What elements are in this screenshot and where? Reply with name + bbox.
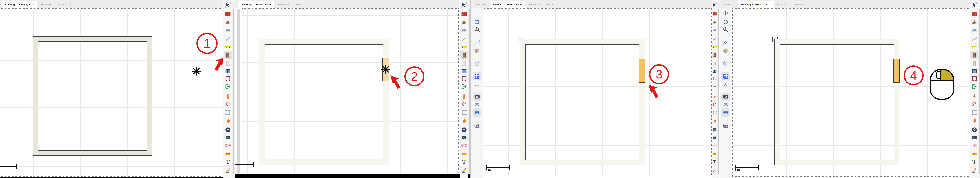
sensor-tool-icon[interactable] [460,133,468,142]
table-tool-icon[interactable] [970,42,978,51]
alarm-tool-icon[interactable] [970,141,978,149]
occupant-tool-icon[interactable] [224,92,232,100]
view-3d-icon[interactable] [473,47,481,55]
annotate-tool-icon[interactable] [224,166,232,174]
floorplan-canvas[interactable]: 3 1 m [484,8,712,176]
tab-simulation[interactable]: Simulation [773,1,792,8]
exit-tool-icon[interactable] [970,82,978,91]
fit-view-icon[interactable] [721,38,730,47]
terrain-tool-icon[interactable] [460,26,468,34]
roof-tool-icon[interactable] [970,18,978,26]
sensor-tool-icon[interactable] [712,135,718,141]
fire-tool-icon[interactable] [224,117,232,125]
sensor-tool-icon[interactable] [224,133,232,142]
zone-tool-icon[interactable] [970,108,978,117]
room-walls[interactable] [520,39,644,165]
view-3d-icon[interactable] [721,47,730,55]
wall-tool-icon[interactable] [460,10,468,18]
wall-tool-icon[interactable] [224,10,232,18]
wall-tool-icon[interactable] [970,10,978,18]
fire-tool-icon[interactable] [970,117,978,125]
placed-door-highlighted[interactable] [893,59,900,82]
tab-building-1-floor-1-lvl-0[interactable]: Building 1 : Floor 1, lvl. 0 [2,1,37,8]
annotate-tool-icon[interactable] [460,166,468,174]
scrollbar-thumb[interactable] [718,9,719,175]
camera-icon[interactable] [721,93,730,101]
undo-icon[interactable] [473,17,481,25]
zoom-tool-icon[interactable] [473,25,481,34]
zone-tool-icon[interactable] [460,108,468,117]
tab-simulation[interactable]: Simulation [525,1,543,8]
terrain-tool-icon[interactable] [712,27,718,33]
annotate-tool-icon[interactable] [712,167,718,173]
tab-results[interactable]: Results [56,1,71,8]
scrollbar[interactable] [978,0,980,178]
opening-tool-icon[interactable] [712,75,718,81]
fire-tool-icon[interactable] [712,118,718,124]
tab-building-1-floor-1-lvl-0[interactable]: Building 1 : Floor 1, lvl. 0 [738,1,773,8]
roof-tool-icon[interactable] [712,19,718,25]
select-tool-icon[interactable] [224,1,232,9]
text-tool-icon[interactable] [712,159,718,164]
stairs-tool-icon[interactable] [460,34,468,43]
table-tool-icon[interactable] [224,42,232,51]
vent-tool-icon[interactable] [224,125,232,134]
layers-icon[interactable] [473,100,481,109]
grid-toggle-icon[interactable] [721,72,730,80]
vent-tool-icon[interactable] [712,127,718,133]
path-tool-icon[interactable] [970,100,978,108]
opening-tool-icon[interactable] [224,74,232,82]
roof-tool-icon[interactable] [224,18,232,26]
door-tool-icon[interactable] [224,51,232,59]
terrain-tool-icon[interactable] [970,26,978,34]
vent-tool-icon[interactable] [970,125,978,134]
terrain-tool-icon[interactable] [224,26,232,34]
table-tool-icon[interactable] [712,43,718,50]
opening-tool-icon[interactable] [970,74,978,82]
stairs-tool-icon[interactable] [224,34,232,43]
fit-view-icon[interactable] [473,38,481,47]
floorplan-canvas[interactable]: 2 [242,8,459,174]
doorway-tool-icon[interactable] [460,59,468,67]
select-tool-icon[interactable] [970,1,978,9]
door-tool-icon[interactable] [460,51,468,59]
tab-simulation[interactable]: Simulation [37,1,56,8]
furniture-visibility-icon[interactable] [473,108,481,117]
undo-icon[interactable] [721,17,730,25]
tab-building-1-floor-1-lvl-0[interactable]: Building 1 : Floor 1, lvl. 0 [489,1,525,8]
alarm-tool-icon[interactable] [460,141,468,149]
partial-scrollbar[interactable] [237,9,240,174]
fire-tool-icon[interactable] [460,117,468,125]
measure-tool-icon[interactable] [970,150,978,158]
wireframe-cube-icon[interactable] [473,59,481,67]
doorway-tool-icon[interactable] [712,60,718,66]
text-tool-icon[interactable] [460,157,468,166]
window-tool-icon[interactable] [712,68,718,74]
stairs-tool-icon[interactable] [970,34,978,43]
sensor-tool-icon[interactable] [970,133,978,142]
scrollbar-thumb[interactable] [469,9,470,173]
wireframe-cube-icon[interactable] [721,59,730,67]
layers-icon[interactable] [721,100,730,109]
tab-welcome[interactable]: Welcome [472,1,489,8]
room-walls[interactable] [33,37,152,156]
scrollbar-thumb[interactable] [979,9,980,175]
path-tool-icon[interactable] [712,101,718,107]
window-tool-icon[interactable] [224,67,232,75]
pan-tool-icon[interactable] [721,9,730,17]
select-tool-icon[interactable] [460,1,468,9]
media-icon[interactable] [473,122,481,130]
text-tool-icon[interactable] [224,157,232,166]
wall-tool-icon[interactable] [712,11,718,17]
tab-results[interactable]: Results [292,1,307,8]
axes-icon[interactable] [721,80,730,88]
vent-tool-icon[interactable] [460,125,468,134]
occupant-tool-icon[interactable] [970,92,978,100]
tab-welcome[interactable]: Welcome [721,1,738,8]
axes-icon[interactable] [473,80,481,88]
scrollbar[interactable] [468,0,471,174]
doorway-tool-icon[interactable] [224,59,232,67]
measure-tool-icon[interactable] [224,150,232,158]
tab-simulation[interactable]: Simulation [274,1,292,8]
exit-tool-icon[interactable] [224,82,232,91]
